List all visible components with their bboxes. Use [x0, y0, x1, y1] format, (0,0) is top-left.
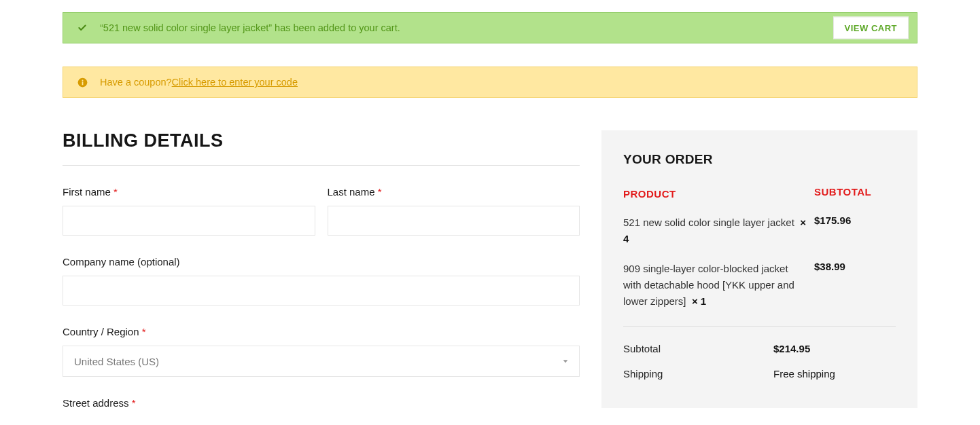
shipping-value: Free shipping	[773, 368, 896, 380]
country-select[interactable]: United States (US)	[63, 346, 580, 377]
subtotal-header: SUBTOTAL	[814, 186, 896, 202]
subtotal-value: $214.95	[773, 343, 896, 354]
svg-point-2	[82, 79, 83, 81]
last-name-input[interactable]	[328, 206, 580, 236]
subtotal-label: Subtotal	[623, 343, 773, 354]
shipping-row: Shipping Free shipping	[623, 361, 896, 386]
coupon-text: Have a coupon?	[100, 77, 172, 88]
company-name-label: Company name (optional)	[63, 256, 580, 267]
billing-section: BILLING DETAILS First name * Last name *…	[63, 130, 580, 417]
order-table-header: PRODUCT SUBTOTAL	[623, 186, 896, 215]
info-icon	[77, 77, 88, 88]
order-item-price: $38.99	[814, 261, 896, 310]
cart-added-alert: “521 new solid color single layer jacket…	[63, 12, 917, 43]
coupon-toggle-link[interactable]: Click here to enter your code	[172, 77, 298, 88]
product-header: PRODUCT	[623, 186, 814, 202]
first-name-label: First name *	[63, 186, 315, 198]
first-name-input[interactable]	[63, 206, 315, 236]
order-item-name: 909 single-layer color-blocked jacket wi…	[623, 261, 814, 310]
order-divider: Subtotal $214.95 Shipping Free shipping	[623, 326, 896, 386]
order-title: YOUR ORDER	[623, 152, 896, 167]
subtotal-row: Subtotal $214.95	[623, 336, 896, 361]
view-cart-button[interactable]: VIEW CART	[833, 17, 909, 39]
order-item-name: 521 new solid color single layer jacket …	[623, 215, 814, 247]
billing-title: BILLING DETAILS	[63, 130, 580, 151]
company-name-input[interactable]	[63, 276, 580, 306]
svg-rect-1	[82, 81, 83, 85]
last-name-label: Last name *	[328, 186, 580, 198]
coupon-alert: Have a coupon? Click here to enter your …	[63, 67, 917, 98]
shipping-label: Shipping	[623, 368, 773, 380]
country-label: Country / Region *	[63, 326, 580, 337]
order-summary: YOUR ORDER PRODUCT SUBTOTAL 521 new soli…	[601, 130, 917, 408]
street-address-label: Street address *	[63, 397, 580, 409]
billing-divider	[63, 165, 580, 166]
order-item: 521 new solid color single layer jacket …	[623, 215, 896, 261]
cart-added-message: “521 new solid color single layer jacket…	[100, 22, 400, 33]
order-item-qty: × 1	[692, 295, 706, 307]
order-item-price: $175.96	[814, 215, 896, 247]
order-item: 909 single-layer color-blocked jacket wi…	[623, 261, 896, 323]
check-icon	[77, 22, 88, 33]
